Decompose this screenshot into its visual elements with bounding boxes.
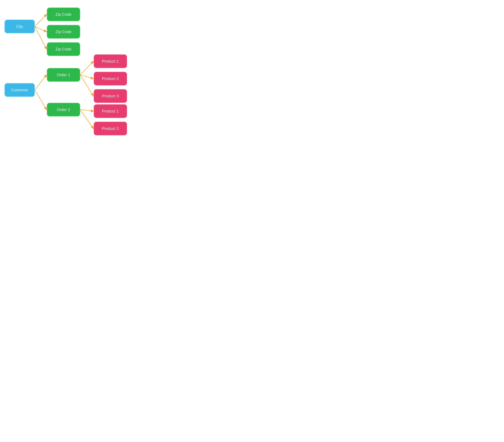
customer-node: Customer [4, 83, 35, 97]
prod1a-node: Product 1 [94, 54, 127, 68]
prod2a-node: Product 2 [94, 72, 127, 86]
svg-line-14 [35, 90, 47, 110]
prod1b-node: Product 1 [94, 104, 127, 118]
order2-node: Order 2 [47, 103, 80, 116]
svg-line-17 [80, 75, 93, 96]
order1-node: Order 1 [47, 68, 80, 82]
prod3a-node: Product 3 [94, 89, 127, 103]
zip1-node: Zip Code [47, 8, 80, 21]
svg-line-11 [35, 26, 47, 32]
svg-line-12 [35, 26, 47, 49]
prod2b-node: Product 2 [94, 122, 127, 135]
svg-line-18 [80, 110, 93, 111]
svg-line-10 [35, 14, 47, 26]
svg-line-15 [80, 61, 93, 75]
svg-line-19 [80, 110, 93, 128]
svg-line-16 [80, 75, 93, 79]
svg-line-13 [35, 75, 47, 90]
zip3-node: Zip Code [47, 42, 80, 56]
zip2-node: Zip Code [47, 25, 80, 38]
city-node: City [4, 20, 35, 33]
